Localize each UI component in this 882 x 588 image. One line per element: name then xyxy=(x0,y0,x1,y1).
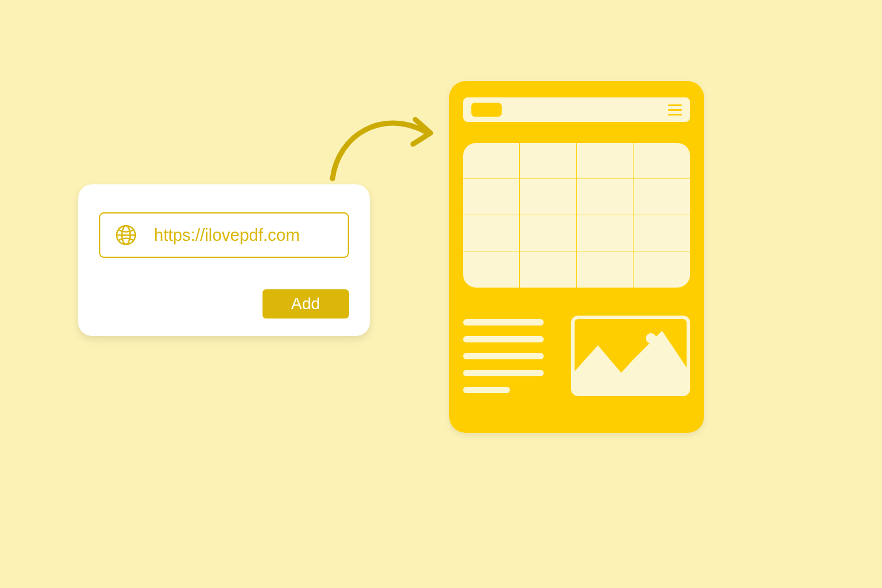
add-button[interactable]: Add xyxy=(262,289,349,318)
hamburger-menu-icon xyxy=(668,104,682,116)
globe-icon xyxy=(114,223,138,247)
document-logo-placeholder xyxy=(471,103,502,117)
document-image-placeholder xyxy=(571,316,690,396)
url-input-value: https://ilovepdf.com xyxy=(154,226,300,245)
document-preview-card xyxy=(449,81,704,433)
document-lower-section xyxy=(463,316,690,396)
document-table-placeholder xyxy=(463,143,690,288)
add-button-label: Add xyxy=(291,295,320,313)
document-text-lines-placeholder xyxy=(463,316,555,393)
document-header-bar xyxy=(463,97,690,122)
arrow-icon xyxy=(327,103,443,184)
url-input-field[interactable]: https://ilovepdf.com xyxy=(99,212,349,258)
url-input-card: https://ilovepdf.com Add xyxy=(78,184,370,336)
